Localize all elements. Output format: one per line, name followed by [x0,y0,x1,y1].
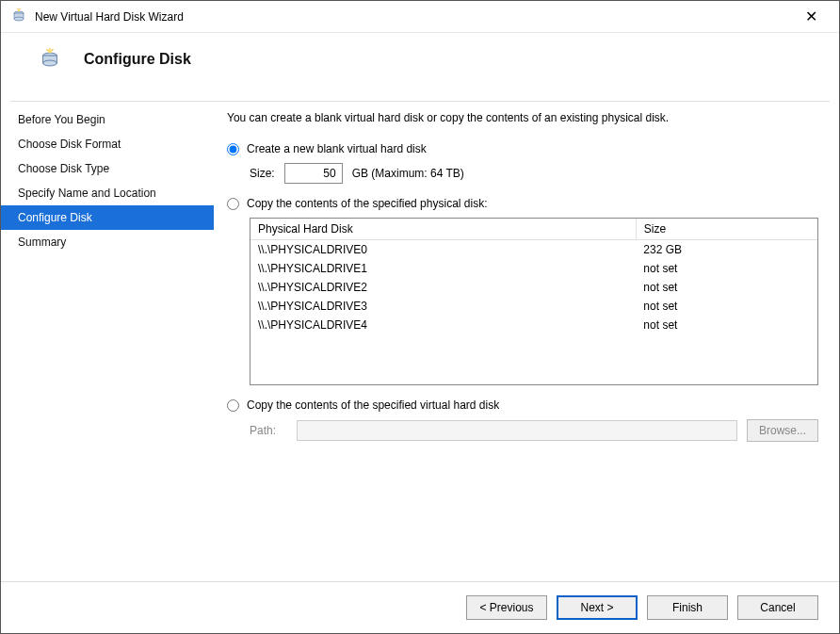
svg-point-6 [43,60,57,66]
col-physical-disk: Physical Hard Disk [250,219,636,240]
table-row[interactable]: \\.\PHYSICALDRIVE1not set [250,259,817,278]
next-button[interactable]: Next > [557,595,638,620]
col-size: Size [636,219,817,240]
wizard-content: You can create a blank virtual hard disk… [214,102,839,581]
wizard-body: Before You Begin Choose Disk Format Choo… [1,102,839,581]
option-physical-group: Copy the contents of the specified physi… [227,197,818,385]
svg-point-2 [14,17,24,21]
step-before-you-begin[interactable]: Before You Begin [1,107,214,132]
wizard-footer: < Previous Next > Finish Cancel [1,581,839,633]
wizard-header: Configure Disk [1,33,839,101]
close-icon[interactable]: ✕ [792,1,830,32]
wizard-window: New Virtual Hard Disk Wizard ✕ Configure… [0,0,840,634]
disk-wizard-icon [10,8,27,25]
radio-vhd[interactable] [227,399,239,412]
option-blank-group: Create a new blank virtual hard disk Siz… [227,142,818,184]
step-choose-disk-format[interactable]: Choose Disk Format [1,132,214,156]
table-row[interactable]: \\.\PHYSICALDRIVE3not set [250,297,817,316]
option-physical[interactable]: Copy the contents of the specified physi… [227,197,818,210]
window-title: New Virtual Hard Disk Wizard [35,10,792,24]
size-input[interactable] [284,163,343,184]
size-unit-max: GB (Maximum: 64 TB) [352,167,464,180]
physical-disk-table[interactable]: Physical Hard Disk Size \\.\PHYSICALDRIV… [250,218,818,385]
table-row[interactable]: \\.\PHYSICALDRIVE4not set [250,316,817,334]
step-configure-disk[interactable]: Configure Disk [1,205,214,230]
radio-blank[interactable] [227,143,239,155]
option-vhd-group: Copy the contents of the specified virtu… [227,398,818,442]
option-blank[interactable]: Create a new blank virtual hard disk [227,142,818,155]
step-summary[interactable]: Summary [1,230,214,254]
page-title: Configure Disk [84,51,191,68]
svg-point-7 [48,49,52,53]
svg-point-3 [18,8,20,10]
size-label: Size: [250,167,275,180]
table-row[interactable]: \\.\PHYSICALDRIVE0232 GB [250,240,817,260]
option-vhd[interactable]: Copy the contents of the specified virtu… [227,398,818,412]
option-vhd-label: Copy the contents of the specified virtu… [247,398,499,412]
table-row[interactable]: \\.\PHYSICALDRIVE2not set [250,278,817,297]
titlebar: New Virtual Hard Disk Wizard ✕ [1,1,839,33]
cancel-button[interactable]: Cancel [737,595,818,620]
previous-button[interactable]: < Previous [466,595,547,620]
finish-button[interactable]: Finish [647,595,728,620]
browse-button: Browse... [747,419,818,442]
step-choose-disk-type[interactable]: Choose Disk Type [1,156,214,181]
path-input [297,420,737,441]
path-label: Path: [250,424,287,437]
wizard-steps-sidebar: Before You Begin Choose Disk Format Choo… [1,102,214,581]
option-blank-label: Create a new blank virtual hard disk [247,142,427,155]
option-physical-label: Copy the contents of the specified physi… [247,197,487,210]
step-specify-name-location[interactable]: Specify Name and Location [1,181,214,205]
disk-wizard-header-icon [39,48,61,71]
radio-physical[interactable] [227,198,239,210]
intro-text: You can create a blank virtual hard disk… [227,111,818,124]
